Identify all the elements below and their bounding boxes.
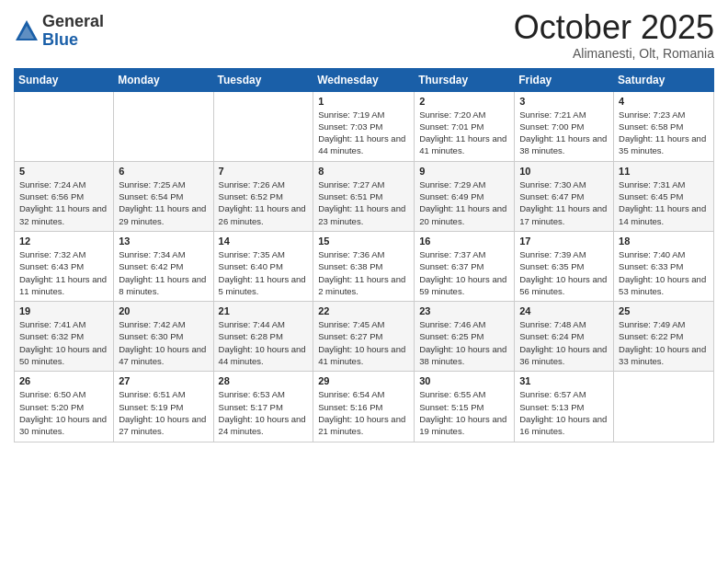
day-info: Sunrise: 6:53 AMSunset: 5:17 PMDaylight:… bbox=[219, 388, 309, 437]
column-header-wednesday: Wednesday bbox=[313, 68, 415, 91]
day-number: 7 bbox=[219, 166, 309, 177]
day-cell: 17Sunrise: 7:39 AMSunset: 6:35 PMDayligh… bbox=[515, 231, 614, 301]
day-info: Sunrise: 6:54 AMSunset: 5:16 PMDaylight:… bbox=[318, 388, 409, 437]
day-number: 14 bbox=[219, 236, 309, 247]
week-row-5: 26Sunrise: 6:50 AMSunset: 5:20 PMDayligh… bbox=[15, 372, 714, 442]
day-cell: 19Sunrise: 7:41 AMSunset: 6:32 PMDayligh… bbox=[15, 302, 114, 372]
day-cell: 30Sunrise: 6:55 AMSunset: 5:15 PMDayligh… bbox=[415, 372, 515, 442]
day-cell: 31Sunrise: 6:57 AMSunset: 5:13 PMDayligh… bbox=[515, 372, 614, 442]
day-number: 1 bbox=[318, 96, 409, 107]
day-info: Sunrise: 7:45 AMSunset: 6:27 PMDaylight:… bbox=[318, 318, 409, 367]
calendar-header: SundayMondayTuesdayWednesdayThursdayFrid… bbox=[15, 68, 714, 91]
day-info: Sunrise: 7:40 AMSunset: 6:33 PMDaylight:… bbox=[619, 248, 709, 297]
day-cell bbox=[114, 91, 213, 161]
week-row-2: 5Sunrise: 7:24 AMSunset: 6:56 PMDaylight… bbox=[15, 161, 714, 231]
day-info: Sunrise: 6:50 AMSunset: 5:20 PMDaylight:… bbox=[19, 388, 108, 437]
day-number: 30 bbox=[419, 375, 509, 386]
day-cell: 3Sunrise: 7:21 AMSunset: 7:00 PMDaylight… bbox=[515, 91, 614, 161]
logo-general: General bbox=[42, 13, 104, 31]
day-info: Sunrise: 7:25 AMSunset: 6:54 PMDaylight:… bbox=[119, 178, 208, 227]
day-cell: 26Sunrise: 6:50 AMSunset: 5:20 PMDayligh… bbox=[15, 372, 114, 442]
day-info: Sunrise: 7:31 AMSunset: 6:45 PMDaylight:… bbox=[619, 178, 709, 227]
day-info: Sunrise: 7:30 AMSunset: 6:47 PMDaylight:… bbox=[519, 178, 609, 227]
day-number: 13 bbox=[119, 236, 208, 247]
month-title: October 2025 bbox=[514, 9, 714, 46]
day-info: Sunrise: 7:37 AMSunset: 6:37 PMDaylight:… bbox=[419, 248, 509, 297]
day-cell: 23Sunrise: 7:46 AMSunset: 6:25 PMDayligh… bbox=[415, 302, 515, 372]
column-header-monday: Monday bbox=[114, 68, 213, 91]
day-number: 12 bbox=[19, 236, 108, 247]
day-cell: 27Sunrise: 6:51 AMSunset: 5:19 PMDayligh… bbox=[114, 372, 213, 442]
day-number: 10 bbox=[519, 166, 609, 177]
week-row-1: 1Sunrise: 7:19 AMSunset: 7:03 PMDaylight… bbox=[15, 91, 714, 161]
day-info: Sunrise: 7:46 AMSunset: 6:25 PMDaylight:… bbox=[419, 318, 509, 367]
day-info: Sunrise: 7:21 AMSunset: 7:00 PMDaylight:… bbox=[519, 109, 609, 157]
day-cell: 15Sunrise: 7:36 AMSunset: 6:38 PMDayligh… bbox=[313, 231, 415, 301]
column-header-thursday: Thursday bbox=[415, 68, 515, 91]
calendar-body: 1Sunrise: 7:19 AMSunset: 7:03 PMDaylight… bbox=[15, 91, 714, 442]
day-cell: 25Sunrise: 7:49 AMSunset: 6:22 PMDayligh… bbox=[614, 302, 714, 372]
day-number: 17 bbox=[519, 236, 609, 247]
day-number: 26 bbox=[19, 375, 108, 386]
day-info: Sunrise: 7:23 AMSunset: 6:58 PMDaylight:… bbox=[619, 109, 709, 157]
day-cell: 16Sunrise: 7:37 AMSunset: 6:37 PMDayligh… bbox=[415, 231, 515, 301]
day-cell bbox=[15, 91, 114, 161]
logo: General Blue bbox=[14, 13, 104, 50]
day-cell: 18Sunrise: 7:40 AMSunset: 6:33 PMDayligh… bbox=[614, 231, 714, 301]
day-cell bbox=[213, 91, 313, 161]
day-info: Sunrise: 7:32 AMSunset: 6:43 PMDaylight:… bbox=[19, 248, 108, 297]
day-number: 23 bbox=[419, 305, 509, 316]
day-info: Sunrise: 7:20 AMSunset: 7:01 PMDaylight:… bbox=[419, 109, 509, 157]
day-info: Sunrise: 7:19 AMSunset: 7:03 PMDaylight:… bbox=[318, 109, 409, 157]
day-info: Sunrise: 6:57 AMSunset: 5:13 PMDaylight:… bbox=[519, 388, 609, 437]
day-cell: 1Sunrise: 7:19 AMSunset: 7:03 PMDaylight… bbox=[313, 91, 415, 161]
day-cell: 4Sunrise: 7:23 AMSunset: 6:58 PMDaylight… bbox=[614, 91, 714, 161]
day-cell: 10Sunrise: 7:30 AMSunset: 6:47 PMDayligh… bbox=[515, 161, 614, 231]
day-number: 22 bbox=[318, 305, 409, 316]
header: General Blue October 2025 Alimanesti, Ol… bbox=[14, 9, 714, 61]
day-cell: 14Sunrise: 7:35 AMSunset: 6:40 PMDayligh… bbox=[213, 231, 313, 301]
day-number: 27 bbox=[119, 375, 208, 386]
day-number: 20 bbox=[119, 305, 208, 316]
day-info: Sunrise: 7:41 AMSunset: 6:32 PMDaylight:… bbox=[19, 318, 108, 367]
day-number: 9 bbox=[419, 166, 509, 177]
week-row-3: 12Sunrise: 7:32 AMSunset: 6:43 PMDayligh… bbox=[15, 231, 714, 301]
title-block: October 2025 Alimanesti, Olt, Romania bbox=[514, 9, 714, 61]
logo-icon bbox=[14, 18, 40, 44]
day-number: 2 bbox=[419, 96, 509, 107]
day-info: Sunrise: 7:34 AMSunset: 6:42 PMDaylight:… bbox=[119, 248, 208, 297]
header-row: SundayMondayTuesdayWednesdayThursdayFrid… bbox=[15, 68, 714, 91]
day-cell bbox=[614, 372, 714, 442]
day-info: Sunrise: 7:29 AMSunset: 6:49 PMDaylight:… bbox=[419, 178, 509, 227]
day-number: 31 bbox=[519, 375, 609, 386]
week-row-4: 19Sunrise: 7:41 AMSunset: 6:32 PMDayligh… bbox=[15, 302, 714, 372]
logo-blue: Blue bbox=[42, 31, 104, 50]
day-number: 19 bbox=[19, 305, 108, 316]
day-cell: 8Sunrise: 7:27 AMSunset: 6:51 PMDaylight… bbox=[313, 161, 415, 231]
day-number: 4 bbox=[619, 96, 709, 107]
day-number: 3 bbox=[519, 96, 609, 107]
day-info: Sunrise: 6:55 AMSunset: 5:15 PMDaylight:… bbox=[419, 388, 509, 437]
calendar-table: SundayMondayTuesdayWednesdayThursdayFrid… bbox=[14, 68, 714, 442]
day-info: Sunrise: 7:35 AMSunset: 6:40 PMDaylight:… bbox=[219, 248, 309, 297]
column-header-tuesday: Tuesday bbox=[213, 68, 313, 91]
day-number: 15 bbox=[318, 236, 409, 247]
day-cell: 21Sunrise: 7:44 AMSunset: 6:28 PMDayligh… bbox=[213, 302, 313, 372]
day-number: 21 bbox=[219, 305, 309, 316]
day-number: 6 bbox=[119, 166, 208, 177]
day-number: 5 bbox=[19, 166, 108, 177]
day-info: Sunrise: 7:36 AMSunset: 6:38 PMDaylight:… bbox=[318, 248, 409, 297]
day-info: Sunrise: 6:51 AMSunset: 5:19 PMDaylight:… bbox=[119, 388, 208, 437]
day-cell: 7Sunrise: 7:26 AMSunset: 6:52 PMDaylight… bbox=[213, 161, 313, 231]
day-info: Sunrise: 7:26 AMSunset: 6:52 PMDaylight:… bbox=[219, 178, 309, 227]
day-number: 18 bbox=[619, 236, 709, 247]
day-number: 25 bbox=[619, 305, 709, 316]
day-cell: 11Sunrise: 7:31 AMSunset: 6:45 PMDayligh… bbox=[614, 161, 714, 231]
day-cell: 28Sunrise: 6:53 AMSunset: 5:17 PMDayligh… bbox=[213, 372, 313, 442]
day-info: Sunrise: 7:44 AMSunset: 6:28 PMDaylight:… bbox=[219, 318, 309, 367]
subtitle: Alimanesti, Olt, Romania bbox=[514, 46, 714, 61]
day-cell: 2Sunrise: 7:20 AMSunset: 7:01 PMDaylight… bbox=[415, 91, 515, 161]
day-cell: 20Sunrise: 7:42 AMSunset: 6:30 PMDayligh… bbox=[114, 302, 213, 372]
day-cell: 13Sunrise: 7:34 AMSunset: 6:42 PMDayligh… bbox=[114, 231, 213, 301]
day-cell: 24Sunrise: 7:48 AMSunset: 6:24 PMDayligh… bbox=[515, 302, 614, 372]
